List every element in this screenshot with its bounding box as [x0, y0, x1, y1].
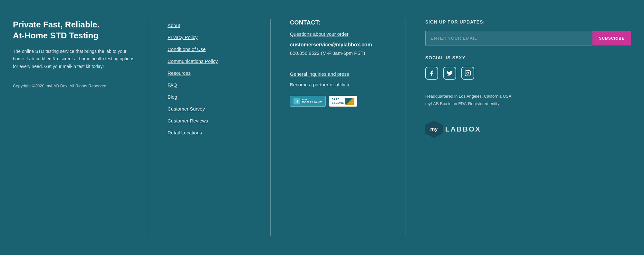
logo-hex: my [425, 121, 443, 138]
hipaa-text: HIPAA COMPLIANT [302, 98, 322, 104]
contact-email[interactable]: customerservice@mylabbox.com [290, 42, 406, 48]
nav-link-blog[interactable]: Blog [168, 91, 270, 103]
contact-order-link[interactable]: Questions about your order [290, 31, 406, 37]
contact-details: customerservice@mylabbox.com 800.856.952… [290, 42, 406, 56]
nav-column: AboutPrivacy PolicyConditions of UseComm… [148, 19, 271, 236]
contact-general-link[interactable]: General inquiries and press [290, 71, 406, 77]
nav-link-privacy-policy[interactable]: Privacy Policy [168, 31, 270, 43]
contact-column: CONTACT: Questions about your order cust… [271, 19, 406, 236]
social-heading: SOCIAL IS SEXY: [425, 55, 631, 60]
contact-phone: 800.856.9522 (M-F 8am-6pm PST) [290, 50, 406, 56]
nav-link-customer-survey[interactable]: Customer Survey [168, 103, 270, 115]
contact-heading: CONTACT: [290, 19, 406, 26]
safe-secure-logo-icon [345, 98, 354, 105]
brand-title: Private Fast, Reliable. At-Home STD Test… [13, 19, 135, 41]
svg-rect-0 [465, 71, 471, 76]
subscribe-button[interactable]: SUBSCRIBE [592, 31, 631, 45]
logo-hex-bg: my [425, 121, 443, 138]
trust-badges: H HIPAA COMPLIANT SAFE SECURE [290, 96, 406, 107]
brand-copyright: Copyright ©2020 myLAB Box. All Rights Re… [13, 83, 135, 88]
nav-link-resources[interactable]: Resources [168, 67, 270, 79]
footer: Private Fast, Reliable. At-Home STD Test… [0, 0, 644, 255]
safe-secure-badge: SAFE SECURE [329, 96, 358, 107]
brand-column: Private Fast, Reliable. At-Home STD Test… [13, 19, 148, 236]
brand-logo-row: my LABBOX [425, 121, 631, 138]
nav-link-customer-reviews[interactable]: Customer Reviews [168, 115, 270, 127]
nav-link-conditions-of-use[interactable]: Conditions of Use [168, 43, 270, 55]
instagram-icon[interactable] [461, 67, 474, 80]
twitter-icon[interactable] [443, 67, 456, 80]
hipaa-badge: H HIPAA COMPLIANT [290, 96, 326, 107]
facebook-icon[interactable] [425, 67, 438, 80]
hq-info: Headquartered in Los Angeles, California… [425, 93, 631, 108]
hipaa-icon: H [293, 98, 300, 104]
nav-link-retail-locations[interactable]: Retail Locations [168, 127, 270, 139]
nav-link-communications-policy[interactable]: Communications Policy [168, 55, 270, 67]
email-subscription-row: SUBSCRIBE [425, 31, 631, 45]
email-input[interactable] [425, 31, 592, 45]
safe-secure-text: SAFE SECURE [332, 98, 344, 105]
nav-link-about[interactable]: About [168, 19, 270, 31]
social-icons-row [425, 67, 631, 80]
signup-column: SIGN UP FOR UPDATES: SUBSCRIBE SOCIAL IS… [406, 19, 631, 236]
logo-labbox-text: LABBOX [445, 125, 481, 133]
brand-description: The online STD testing service that brin… [13, 48, 135, 71]
logo-my-text: my [430, 126, 437, 132]
contact-partner-link[interactable]: Become a partner or affiliate [290, 82, 406, 87]
nav-link-faq[interactable]: FAQ [168, 79, 270, 91]
signup-heading: SIGN UP FOR UPDATES: [425, 19, 631, 25]
